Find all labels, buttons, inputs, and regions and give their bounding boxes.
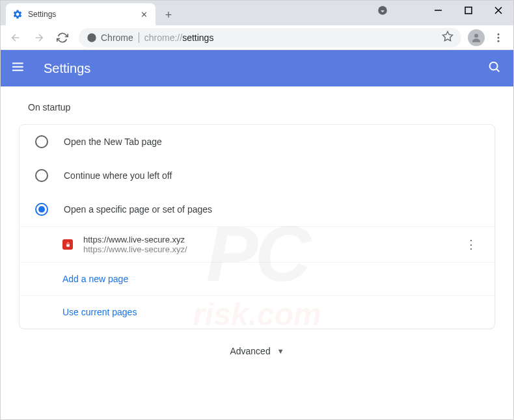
svg-rect-13 [66, 244, 70, 246]
menu-icon[interactable] [12, 60, 28, 76]
back-button[interactable] [6, 28, 25, 47]
address-bar[interactable]: Chrome chrome://settings [79, 28, 461, 47]
site-chip-label: Chrome [101, 33, 133, 43]
incognito-icon[interactable] [368, 1, 398, 20]
option-new-tab[interactable]: Open the New Tab page [20, 125, 494, 159]
page-url: https://www.live-secure.xyz [83, 235, 453, 244]
maximize-button[interactable] [453, 1, 483, 20]
svg-point-6 [498, 33, 500, 35]
option-label: Open the New Tab page [64, 137, 162, 147]
svg-point-5 [474, 34, 478, 38]
divider [139, 33, 139, 43]
svg-rect-10 [12, 66, 23, 68]
svg-point-7 [498, 36, 500, 38]
svg-rect-2 [465, 7, 472, 14]
advanced-toggle[interactable]: Advanced ▼ [19, 329, 495, 373]
svg-point-8 [498, 40, 500, 42]
option-label: Continue where you left off [64, 170, 172, 181]
section-title: On startup [19, 102, 495, 112]
option-label: Open a specific page or set of pages [64, 204, 212, 215]
settings-header: Settings [1, 50, 513, 86]
svg-point-3 [87, 33, 96, 42]
window-titlebar: Settings ✕ + [1, 1, 513, 25]
radio-icon [35, 203, 48, 216]
browser-toolbar: Chrome chrome://settings [1, 25, 513, 50]
window-controls [368, 1, 513, 20]
close-icon[interactable]: ✕ [139, 9, 149, 20]
minimize-button[interactable] [424, 1, 453, 20]
startup-page-row: https://www.live-secure.xyz https://www.… [20, 226, 494, 262]
close-button[interactable] [483, 1, 513, 20]
chrome-menu-button[interactable] [489, 32, 508, 44]
content-scroll[interactable]: PC risk.com On startup Open the New Tab … [1, 86, 513, 420]
add-page-link: Add a new page [62, 274, 128, 284]
new-tab-button[interactable]: + [159, 6, 178, 24]
gear-icon [12, 9, 23, 20]
lock-icon [62, 239, 73, 250]
radio-icon [35, 135, 48, 148]
use-current-row[interactable]: Use current pages [20, 295, 494, 328]
search-icon[interactable] [487, 60, 502, 77]
svg-point-12 [490, 62, 498, 70]
startup-card: Open the New Tab page Continue where you… [19, 124, 495, 329]
bookmark-star-icon[interactable] [442, 31, 453, 45]
radio-icon [35, 169, 48, 182]
forward-button[interactable] [29, 28, 49, 47]
advanced-label: Advanced [230, 346, 270, 356]
add-page-row[interactable]: Add a new page [20, 262, 494, 295]
page-title: Settings [44, 61, 487, 76]
more-actions-icon[interactable]: ⋮ [463, 237, 479, 252]
reload-button[interactable] [53, 28, 72, 47]
url-host: chrome://settings [144, 33, 214, 43]
svg-marker-4 [443, 31, 453, 40]
page-text: https://www.live-secure.xyz https://www.… [83, 235, 453, 254]
option-specific-pages[interactable]: Open a specific page or set of pages [20, 192, 494, 226]
svg-rect-11 [12, 70, 23, 71]
site-chip: Chrome [87, 33, 133, 43]
option-continue[interactable]: Continue where you left off [20, 159, 494, 192]
profile-avatar[interactable] [468, 29, 485, 46]
tab-title: Settings [28, 10, 133, 19]
svg-rect-9 [12, 62, 23, 64]
chrome-icon [87, 33, 97, 43]
browser-tab[interactable]: Settings ✕ [6, 3, 156, 25]
svg-rect-1 [435, 10, 442, 11]
page-full-url: https://www.live-secure.xyz/ [83, 244, 453, 254]
use-current-link: Use current pages [62, 307, 137, 317]
chevron-down-icon: ▼ [277, 347, 284, 355]
